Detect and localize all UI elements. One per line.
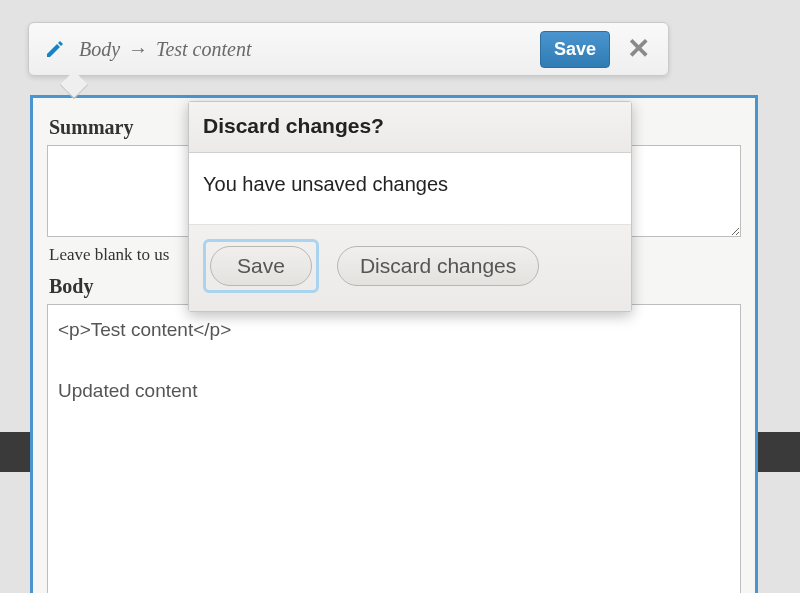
dialog-title: Discard changes? [203, 114, 617, 138]
dialog-body: You have unsaved changes [189, 153, 631, 225]
discard-changes-dialog: Discard changes? You have unsaved change… [188, 101, 632, 312]
pencil-icon [45, 39, 65, 59]
body-textarea[interactable] [47, 304, 741, 593]
quickedit-toolbar: Body → Test content Save ✕ [28, 22, 669, 76]
dialog-save-button[interactable]: Save [210, 246, 312, 286]
breadcrumb-arrow-icon: → [128, 38, 148, 61]
dialog-message: You have unsaved changes [203, 173, 617, 196]
toolbar-save-button[interactable]: Save [540, 31, 610, 68]
toolbar-close-button[interactable]: ✕ [618, 29, 658, 69]
close-icon: ✕ [627, 33, 650, 64]
breadcrumb-field: Body [79, 38, 120, 61]
dialog-actions: Save Discard changes [189, 225, 631, 311]
focus-ring: Save [203, 239, 319, 293]
dialog-header: Discard changes? [189, 102, 631, 153]
dialog-discard-button[interactable]: Discard changes [337, 246, 539, 286]
breadcrumb-title: Test content [156, 38, 251, 61]
breadcrumb: Body → Test content [79, 38, 540, 61]
